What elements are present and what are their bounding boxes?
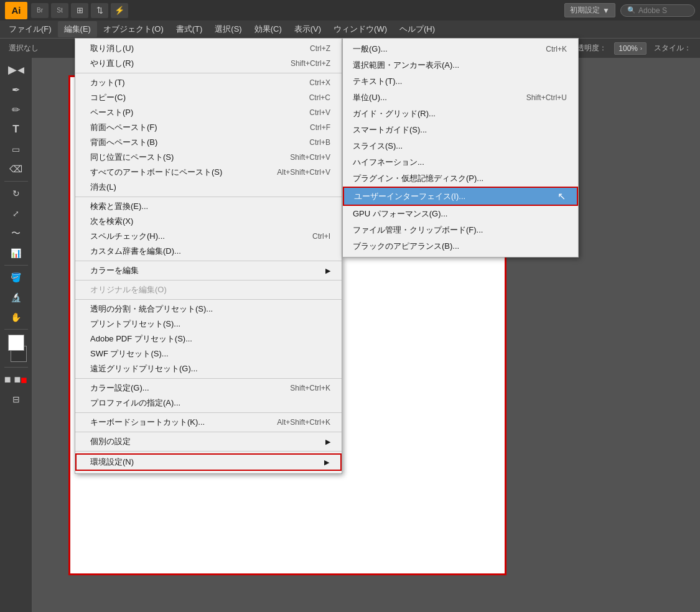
menu-print-preset[interactable]: プリントプリセット(S)...	[75, 317, 342, 332]
menu-profile[interactable]: プロファイルの指定(A)...	[75, 396, 342, 410]
sep7	[75, 412, 342, 413]
sep8	[75, 432, 342, 432]
menu-edit-original[interactable]: オリジナルを編集(O)	[75, 282, 342, 297]
chevron-right-icon: ›	[640, 45, 642, 52]
menu-pdf-preset[interactable]: Adobe PDF プリセット(S)...	[75, 332, 342, 346]
pref-ui[interactable]: ユーザーインターフェイス(I)... ↖	[343, 187, 578, 206]
menu-paste-in-place[interactable]: 同じ位置にペースト(S) Shift+Ctrl+V	[75, 150, 342, 165]
menu-redo[interactable]: やり直し(R) Shift+Ctrl+Z	[75, 56, 342, 71]
hand-tool[interactable]: ✋	[2, 308, 30, 327]
eraser-tool[interactable]: ⌫	[2, 160, 30, 178]
menu-find-next[interactable]: 次を検索(X)	[75, 214, 342, 229]
pref-smart-guides[interactable]: スマートガイド(S)...	[343, 122, 578, 138]
pref-appearance[interactable]: ブラックのアピアランス(B)...	[343, 238, 578, 254]
app-icons: Br St ⊞ ⇅ ⚡	[31, 3, 128, 18]
menu-type[interactable]: 書式(T)	[170, 21, 209, 37]
pref-hyphen[interactable]: ハイフネーション...	[343, 154, 578, 170]
sep3	[75, 261, 342, 261]
menu-keyboard[interactable]: キーボードショートカット(K)... Alt+Shift+Ctrl+K	[75, 415, 342, 430]
menu-color-settings[interactable]: カラー設定(G)... Shift+Ctrl+K	[75, 381, 342, 396]
sidebar-divider-3	[4, 329, 28, 330]
screen-mode[interactable]: ⊟	[2, 390, 30, 409]
br-icon[interactable]: Br	[31, 3, 49, 18]
lightning-icon[interactable]: ⚡	[111, 3, 128, 18]
text-tool[interactable]: T	[2, 120, 30, 139]
menu-object[interactable]: オブジェクト(O)	[97, 21, 170, 37]
tools-sidebar: ▶▶ ✒ ✏ T ▭ ⌫ ↻ ⤢ 〜 📊 🪣 🔬 ✋ ■ ■ ◼ ⊟	[0, 58, 32, 612]
menu-edit-dict[interactable]: カスタム辞書を編集(D)...	[75, 244, 342, 259]
warp-tool[interactable]: 〜	[2, 224, 30, 243]
opacity-value[interactable]: 100% ›	[614, 42, 646, 55]
menu-clear[interactable]: 消去(L)	[75, 180, 342, 195]
sidebar-divider-1	[4, 181, 28, 182]
menu-cut[interactable]: カット(T) Ctrl+X	[75, 75, 342, 90]
menu-window[interactable]: ウィンドウ(W)	[327, 21, 393, 37]
title-right: 初期設定 ▼ 🔍 Adobe S	[564, 3, 695, 17]
search-icon: 🔍	[627, 6, 636, 14]
arrange-icon[interactable]: ⇅	[91, 3, 108, 18]
chevron-down-icon: ▼	[602, 6, 610, 15]
edit-menu-dropdown: 取り消し(U) Ctrl+Z やり直し(R) Shift+Ctrl+Z カット(…	[75, 38, 342, 474]
menu-paste-front[interactable]: 前面へペースト(F) Ctrl+F	[75, 120, 342, 135]
sep9	[75, 451, 342, 452]
pen-tool[interactable]: ✒	[2, 80, 30, 99]
rotate-tool[interactable]: ↻	[2, 184, 30, 203]
pref-plugin[interactable]: プラグイン・仮想記憶ディスク(P)...	[343, 170, 578, 187]
menu-preferences[interactable]: 環境設定(N) ▶	[75, 453, 342, 471]
pref-slices[interactable]: スライス(S)...	[343, 138, 578, 154]
menu-edit[interactable]: 編集(E)	[58, 21, 97, 37]
sidebar-divider-4	[4, 367, 28, 368]
eyedropper-tool[interactable]: 🔬	[2, 288, 30, 307]
sep2	[75, 197, 342, 197]
submenu-arrow: ▶	[325, 438, 330, 446]
fill-color[interactable]	[8, 335, 24, 351]
sep1	[75, 73, 342, 73]
menu-paste-back[interactable]: 背面へペースト(B) Ctrl+B	[75, 135, 342, 150]
menu-paste-all[interactable]: すべてのアートボードにペースト(S) Alt+Shift+Ctrl+V	[75, 165, 342, 180]
menu-perspective[interactable]: 遠近グリッドプリセット(G)...	[75, 361, 342, 376]
menu-individual[interactable]: 個別の設定 ▶	[75, 434, 342, 449]
sep5	[75, 299, 342, 300]
sep4	[75, 280, 342, 280]
menu-file[interactable]: ファイル(F)	[2, 21, 58, 37]
preferences-submenu: 一般(G)... Ctrl+K 選択範囲・アンカー表示(A)... テキスト(T…	[342, 38, 579, 257]
sidebar-divider-2	[4, 265, 28, 266]
pref-gpu[interactable]: GPU パフォーマンス(G)...	[343, 206, 578, 222]
menu-copy[interactable]: コピー(C) Ctrl+C	[75, 90, 342, 105]
selection-tool[interactable]: ▶▶	[2, 60, 30, 79]
no-selection-label: 選択なし	[5, 42, 42, 55]
pref-text[interactable]: テキスト(T)...	[343, 73, 578, 90]
st-icon[interactable]: St	[51, 3, 68, 18]
graph-tool[interactable]: 📊	[2, 244, 30, 262]
style-label: スタイル：	[650, 42, 695, 55]
menu-spell[interactable]: スペルチェック(H)... Ctrl+I	[75, 229, 342, 244]
pref-selection[interactable]: 選択範囲・アンカー表示(A)...	[343, 57, 578, 73]
menu-find-replace[interactable]: 検索と置換(E)...	[75, 199, 342, 214]
cursor-icon: ↖	[558, 190, 566, 202]
menu-bar: ファイル(F) 編集(E) オブジェクト(O) 書式(T) 選択(S) 効果(C…	[0, 21, 700, 38]
submenu-arrow: ▶	[325, 267, 330, 275]
menu-view[interactable]: 表示(V)	[288, 21, 327, 37]
pref-guides[interactable]: ガイド・グリッド(R)...	[343, 106, 578, 122]
grid-icon[interactable]: ⊞	[71, 3, 88, 18]
pref-general[interactable]: 一般(G)... Ctrl+K	[343, 41, 578, 57]
color-mode-icons[interactable]: ■ ■ ◼	[2, 370, 30, 389]
menu-edit-colors[interactable]: カラーを編集 ▶	[75, 263, 342, 278]
pencil-tool[interactable]: ✏	[2, 100, 30, 119]
menu-select[interactable]: 選択(S)	[208, 21, 248, 37]
pref-file-mgmt[interactable]: ファイル管理・クリップボード(F)...	[343, 222, 578, 238]
menu-help[interactable]: ヘルプ(H)	[393, 21, 441, 37]
menu-paste[interactable]: ペースト(P) Ctrl+V	[75, 105, 342, 120]
menu-effect[interactable]: 効果(C)	[248, 21, 288, 37]
sep6	[75, 378, 342, 379]
shape-tool[interactable]: ▭	[2, 140, 30, 159]
submenu-arrow: ▶	[324, 458, 329, 466]
menu-undo[interactable]: 取り消し(U) Ctrl+Z	[75, 41, 342, 56]
scale-tool[interactable]: ⤢	[2, 204, 30, 223]
pref-units[interactable]: 単位(U)... Shift+Ctrl+U	[343, 90, 578, 106]
menu-swf-preset[interactable]: SWF プリセット(S)...	[75, 346, 342, 361]
search-box[interactable]: 🔍 Adobe S	[620, 4, 695, 17]
paint-bucket-tool[interactable]: 🪣	[2, 268, 30, 287]
preset-button[interactable]: 初期設定 ▼	[564, 3, 615, 17]
menu-transparency[interactable]: 透明の分割・統合プリセット(S)...	[75, 302, 342, 317]
